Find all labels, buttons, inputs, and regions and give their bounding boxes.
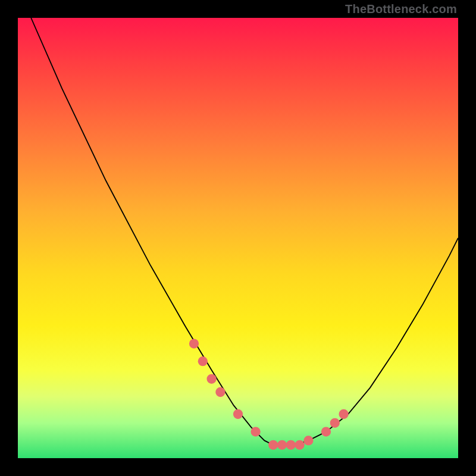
attribution-text: TheBottleneck.com — [345, 2, 457, 16]
curve-marker — [206, 374, 216, 384]
curve-marker — [321, 427, 331, 436]
bottleneck-curve — [31, 18, 458, 445]
chart-svg — [18, 18, 458, 458]
curve-marker — [286, 440, 296, 450]
curve-marker — [330, 418, 340, 428]
curve-marker — [250, 427, 260, 436]
chart-frame: TheBottleneck.com — [0, 0, 476, 476]
curve-marker — [215, 387, 225, 397]
curve-marker — [233, 409, 243, 419]
curve-marker — [277, 440, 287, 450]
curve-marker — [268, 440, 278, 450]
curve-marker — [189, 339, 199, 348]
curve-marker — [303, 436, 313, 445]
curve-markers — [189, 339, 349, 449]
curve-marker — [295, 440, 304, 450]
curve-marker — [339, 409, 348, 419]
curve-marker — [198, 356, 208, 366]
